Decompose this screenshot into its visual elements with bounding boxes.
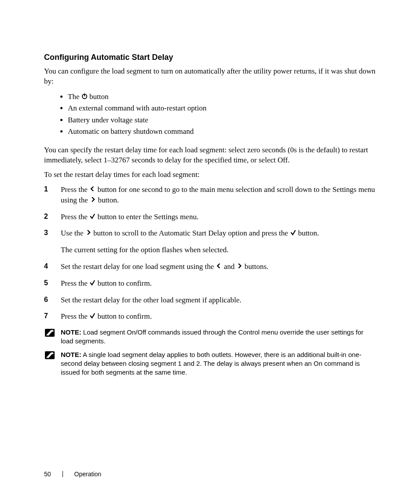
footer-section-name: Operation [74,471,101,478]
restart-delay-paragraph: You can specify the restart delay time f… [44,145,376,166]
right-arrow-icon [85,229,92,235]
check-icon [89,213,96,219]
step-text: button to confirm. [96,312,151,320]
bullet-text-pre: The [68,92,81,101]
check-icon [89,280,96,286]
bullet-text-post: button [89,92,108,101]
section-heading: Configuring Automatic Start Delay [44,53,376,62]
step-6: Set the restart delay for the other load… [44,295,376,305]
step-text: and [222,262,236,271]
note-1: NOTE: Load segment On/Off commands issue… [44,328,376,346]
step-5: Press the button to confirm. [44,278,376,289]
step-3: Use the button to scroll to the Automati… [44,228,376,255]
check-icon [290,229,296,235]
step-text: Press the [61,213,89,221]
step-3-sub: The current setting for the option flash… [61,245,376,255]
step-7: Press the button to confirm. [44,311,376,322]
cause-list: The button An external command with auto… [44,91,376,137]
note-2: NOTE: A single load segment delay applie… [44,350,376,377]
page-number: 50 [44,471,51,478]
step-text: button to confirm. [96,279,151,287]
step-text: button. [296,229,319,237]
bullet-auto-battery-shutdown: Automatic on battery shutdown command [68,126,376,137]
left-arrow-icon [89,186,96,192]
bullet-power-button: The button [68,91,376,103]
note-icon [44,350,57,360]
step-text: buttons. [243,262,269,271]
bullet-battery-under-voltage: Battery under voltage state [68,114,376,126]
step-text: Press the [61,312,89,320]
footer-divider [63,471,63,477]
step-text: Press the [61,279,89,287]
note-label: NOTE: [61,351,81,358]
step-text: Set the restart delay for one load segme… [61,262,216,271]
note-text: NOTE: Load segment On/Off commands issue… [61,328,376,346]
bullet-external-command: An external command with auto-restart op… [68,103,376,114]
step-text: button to enter the Settings menu. [96,213,199,221]
check-icon [89,313,96,319]
right-arrow-icon [236,263,243,269]
step-text: Use the [61,229,85,237]
right-arrow-icon [90,196,96,202]
procedure-steps: Press the button for one second to go to… [44,184,376,322]
step-1: Press the button for one second to go to… [44,184,376,206]
note-label: NOTE: [61,328,81,336]
step-text: button. [96,196,119,204]
note-body: A single load segment delay applies to b… [61,351,361,376]
page-footer: 50 Operation [44,471,376,478]
note-icon [44,328,57,338]
power-icon [81,93,88,99]
step-text: button to scroll to the Automatic Start … [92,229,290,237]
note-body: Load segment On/Off commands issued thro… [61,328,364,345]
intro-paragraph: You can configure the load segment to tu… [44,66,376,87]
document-page: Configuring Automatic Start Delay You ca… [0,0,420,504]
left-arrow-icon [216,263,222,269]
step-2: Press the button to enter the Settings m… [44,212,376,222]
to-set-paragraph: To set the restart delay times for each … [44,170,376,180]
note-text: NOTE: A single load segment delay applie… [61,350,376,377]
step-4: Set the restart delay for one load segme… [44,261,376,272]
step-text: Press the [61,185,89,194]
